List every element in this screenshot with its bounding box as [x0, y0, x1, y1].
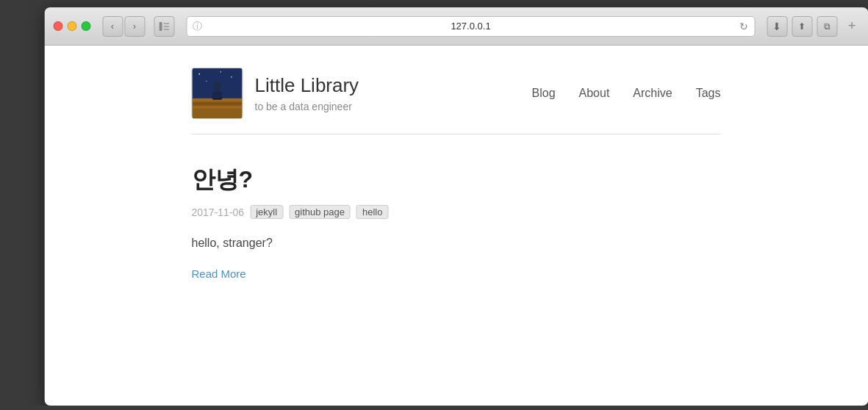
svg-rect-1 [163, 23, 169, 24]
page-container: Little Library to be a data engineer Blo… [177, 46, 736, 281]
site-brand: Little Library to be a data engineer [192, 68, 359, 119]
nav-buttons: ‹ › [102, 16, 145, 37]
site-subtitle: to be a data engineer [255, 101, 359, 112]
nav-tags[interactable]: Tags [696, 87, 721, 100]
security-icon: ⓘ [193, 20, 202, 33]
svg-point-15 [206, 81, 207, 82]
svg-rect-7 [193, 103, 243, 105]
blog-post: 안녕? 2017-11-06 jekyll github page hello … [192, 164, 721, 281]
svg-rect-2 [163, 26, 169, 27]
close-button[interactable] [53, 21, 62, 31]
svg-point-14 [220, 71, 222, 73]
svg-rect-0 [159, 22, 162, 31]
back-icon: ‹ [111, 21, 114, 32]
post-date: 2017-11-06 [192, 206, 245, 218]
site-nav: Blog About Archive Tags [532, 87, 721, 100]
browser-content: Little Library to be a data engineer Blo… [44, 46, 868, 406]
nav-about[interactable]: About [579, 87, 610, 100]
minimize-button[interactable] [67, 21, 76, 31]
add-tab-button[interactable]: + [844, 19, 859, 34]
refresh-button[interactable]: ↻ [739, 21, 748, 32]
traffic-lights [53, 21, 90, 31]
nav-archive[interactable]: Archive [633, 87, 672, 100]
sidebar-icon [159, 22, 169, 31]
svg-rect-11 [193, 68, 243, 98]
share-button[interactable]: ⬆ [792, 16, 812, 37]
avatar-image [193, 68, 243, 118]
svg-point-12 [198, 73, 200, 75]
site-header: Little Library to be a data engineer Blo… [192, 46, 721, 134]
sidebar-button[interactable] [154, 16, 174, 37]
read-more-link[interactable]: Read More [192, 267, 246, 280]
back-button[interactable]: ‹ [102, 16, 123, 37]
post-title: 안녕? [192, 164, 721, 196]
svg-rect-3 [163, 29, 169, 30]
maximize-button[interactable] [81, 21, 90, 31]
tag-hello[interactable]: hello [356, 205, 388, 219]
share-icon: ⬆ [798, 21, 806, 32]
site-title: Little Library [255, 74, 359, 97]
tag-github-page[interactable]: github page [289, 205, 351, 219]
post-meta: 2017-11-06 jekyll github page hello [192, 205, 721, 219]
svg-rect-8 [193, 106, 243, 108]
avatar [192, 68, 243, 119]
url-display: 127.0.0.1 [205, 21, 736, 32]
site-title-group: Little Library to be a data engineer [255, 74, 359, 112]
svg-point-13 [231, 76, 232, 78]
duplicate-tab-button[interactable]: ⧉ [817, 16, 837, 37]
duplicate-icon: ⧉ [824, 21, 831, 32]
toolbar-right: ⬇ ⬆ ⧉ + [767, 16, 859, 37]
nav-blog[interactable]: Blog [532, 87, 556, 100]
download-icon: ⬇ [772, 21, 781, 32]
browser-titlebar: ‹ › ⓘ 127.0.0.1 ↻ ⬇ [44, 7, 868, 46]
forward-button[interactable]: › [124, 16, 145, 37]
download-button[interactable]: ⬇ [767, 16, 787, 37]
browser-window: ‹ › ⓘ 127.0.0.1 ↻ ⬇ [44, 7, 868, 406]
tag-jekyll[interactable]: jekyll [250, 205, 283, 219]
post-excerpt: hello, stranger? [192, 234, 721, 253]
address-bar[interactable]: ⓘ 127.0.0.1 ↻ [186, 16, 755, 37]
forward-icon: › [133, 21, 136, 32]
add-tab-icon: + [848, 18, 856, 34]
avatar-svg [193, 68, 243, 119]
